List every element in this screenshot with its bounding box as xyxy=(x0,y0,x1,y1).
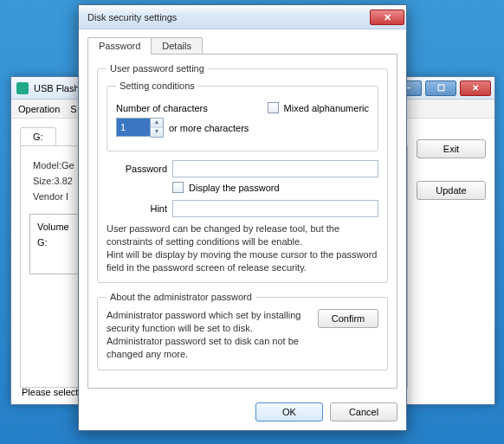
display-password-checkbox[interactable] xyxy=(172,182,184,193)
cancel-button[interactable]: Cancel xyxy=(330,402,397,421)
admin-password-legend: About the administrator password xyxy=(107,292,255,302)
app-icon xyxy=(16,82,29,94)
display-password-label: Display the password xyxy=(189,183,280,193)
mixed-alphanumeric-label: Mixed alphanumeric xyxy=(284,103,369,113)
ok-button[interactable]: OK xyxy=(255,402,323,421)
update-button[interactable]: Update xyxy=(417,181,486,200)
tab-panel-password: User password setting Setting conditions… xyxy=(87,54,397,389)
admin-password-group: About the administrator password Adminis… xyxy=(97,292,388,370)
num-chars-input[interactable] xyxy=(116,118,151,137)
tab-drive-g[interactable]: G: xyxy=(20,127,56,145)
close-button[interactable]: ✕ xyxy=(370,10,404,25)
exit-button[interactable]: Exit xyxy=(417,139,486,158)
user-password-group: User password setting Setting conditions… xyxy=(97,63,388,283)
num-chars-spin-up[interactable]: ▲ xyxy=(151,119,163,128)
tab-password[interactable]: Password xyxy=(87,37,152,55)
volume-label: Volume xyxy=(37,222,69,232)
maximize-button[interactable]: ☐ xyxy=(425,80,456,96)
menu-more[interactable]: S xyxy=(70,104,76,114)
hint-label: Hint xyxy=(107,203,167,214)
disk-security-dialog: Disk security settings ✕ Password Detail… xyxy=(78,4,407,431)
mixed-alphanumeric-checkbox[interactable] xyxy=(268,102,279,113)
status-text: Please select a xyxy=(22,387,87,397)
dialog-button-row: OK Cancel xyxy=(79,396,406,430)
num-chars-label: Number of characters xyxy=(116,103,208,113)
password-label: Password xyxy=(107,164,167,174)
dialog-title: Disk security settings xyxy=(87,12,177,23)
setting-conditions-legend: Setting conditions xyxy=(116,80,198,91)
bg-close-button[interactable]: ✕ xyxy=(460,80,491,96)
or-more-label: or more characters xyxy=(169,123,249,133)
tab-details[interactable]: Details xyxy=(151,37,203,55)
num-chars-spin-down[interactable]: ▼ xyxy=(151,128,163,138)
menu-operation[interactable]: Operation xyxy=(18,104,60,114)
confirm-button[interactable]: Confirm xyxy=(318,309,378,328)
user-password-note: User password can be changed by release … xyxy=(107,222,378,273)
user-password-legend: User password setting xyxy=(107,63,208,74)
dialog-titlebar: Disk security settings ✕ xyxy=(79,5,406,29)
password-input[interactable] xyxy=(172,160,378,177)
setting-conditions-group: Setting conditions Number of characters … xyxy=(107,80,378,151)
hint-input[interactable] xyxy=(172,200,378,217)
admin-password-note: Administrator password which set by inst… xyxy=(107,309,311,360)
